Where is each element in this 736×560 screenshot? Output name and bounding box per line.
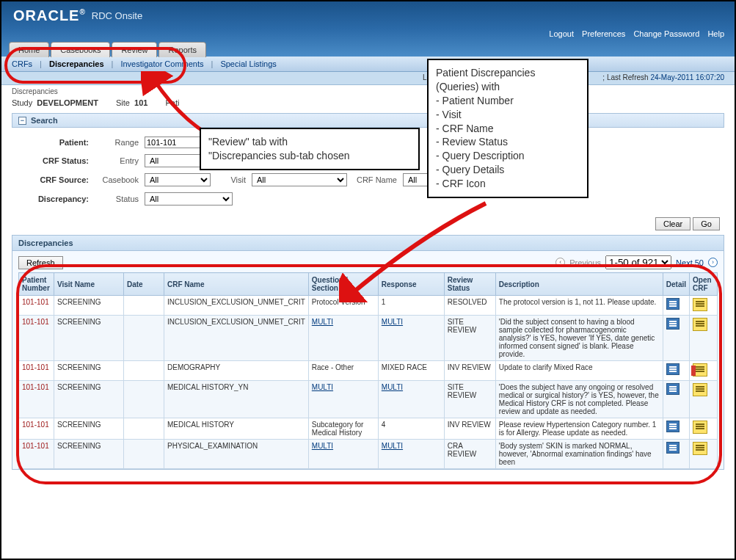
review-status-cell: INV REVIEW xyxy=(444,361,495,381)
pager: ‹ Previous 1-50 of 921 Next 50 › xyxy=(555,255,718,269)
table-row: 101-101SCREENINGDEMOGRAPHYRace - OtherMI… xyxy=(19,361,718,381)
response-link[interactable]: MULTI xyxy=(382,318,403,326)
subnav-crfs[interactable]: CRFs xyxy=(12,59,32,68)
status-select[interactable]: All xyxy=(145,192,233,206)
response-link[interactable]: MULTI xyxy=(382,383,403,391)
range-label: Range xyxy=(95,138,139,147)
subnav-discrepancies[interactable]: Discrepancies xyxy=(49,59,104,68)
description-cell: The protocol version is 1, not 11. Pleas… xyxy=(495,296,663,316)
col-response[interactable]: Response xyxy=(378,273,444,296)
help-link[interactable]: Help xyxy=(707,29,724,38)
open-crf-icon[interactable] xyxy=(693,318,707,331)
table-row: 101-101SCREENINGINCLUSION_EXCLUSION_UNME… xyxy=(19,316,718,361)
open-crf-icon[interactable] xyxy=(693,421,707,434)
detail-icon[interactable] xyxy=(666,421,679,432)
patient-number-cell: 101-101 xyxy=(19,316,54,361)
patient-number-cell: 101-101 xyxy=(19,440,54,469)
col-question-section[interactable]: Question / Section xyxy=(308,273,378,296)
detail-cell xyxy=(663,296,689,316)
open-crf-cell xyxy=(690,316,718,361)
panel-title: Discrepancies xyxy=(12,235,724,251)
date-cell xyxy=(124,361,164,381)
question-link[interactable]: MULTI xyxy=(312,442,333,450)
tab-home[interactable]: Home xyxy=(9,42,49,57)
crf-source-label: CRF Source: xyxy=(19,175,89,184)
review-status-cell: CRA REVIEW xyxy=(444,440,495,469)
question-link[interactable]: MULTI xyxy=(312,318,333,326)
question-cell: Protocol Version xyxy=(308,296,378,316)
open-crf-cell xyxy=(690,381,718,418)
patient-context: Pati xyxy=(165,98,179,107)
breadcrumb: Discrepancies xyxy=(1,85,735,95)
response-cell: MULTI xyxy=(378,316,444,361)
col-patient-number[interactable]: Patient Number xyxy=(19,273,54,296)
date-cell xyxy=(124,440,164,469)
next-page-link[interactable]: Next 50 xyxy=(676,258,704,267)
detail-cell xyxy=(663,381,689,418)
open-crf-icon[interactable] xyxy=(693,363,707,377)
go-button[interactable]: Go xyxy=(693,217,720,230)
response-cell: MIXED RACE xyxy=(378,361,444,381)
next-page-icon[interactable]: › xyxy=(708,258,718,267)
tab-reports[interactable]: Reports xyxy=(159,42,206,57)
detail-cell xyxy=(663,316,689,361)
subnav-investigator-comments[interactable]: Investigator Comments xyxy=(120,59,203,68)
prev-page-icon[interactable]: ‹ xyxy=(555,258,565,267)
col-visit-name[interactable]: Visit Name xyxy=(54,273,124,296)
visit-select[interactable]: All xyxy=(252,173,347,186)
change-password-link[interactable]: Change Password xyxy=(633,29,699,38)
entry-label: Entry xyxy=(95,156,139,165)
review-status-cell: INV REVIEW xyxy=(444,418,495,440)
crf-name-cell: MEDICAL HISTORY xyxy=(164,418,309,440)
open-crf-cell xyxy=(690,418,718,440)
description-cell: 'Did the subject consent to having a blo… xyxy=(495,316,663,361)
detail-cell xyxy=(663,361,689,381)
casebook-select[interactable]: All xyxy=(145,173,211,186)
crf-status-label: CRF Status: xyxy=(19,156,89,165)
open-crf-icon[interactable] xyxy=(693,442,707,455)
detail-icon[interactable] xyxy=(666,318,679,330)
crf-name-cell: PHYSICAL_EXAMINATION xyxy=(164,440,309,469)
question-cell: MULTI xyxy=(308,381,378,418)
tab-review[interactable]: Review xyxy=(112,42,157,57)
last-refresh-value[interactable]: 24-May-2011 16:07:20 xyxy=(650,73,724,81)
description-cell: 'Does the subject have any ongoing or re… xyxy=(495,381,663,418)
patient-label: Patient: xyxy=(19,138,89,147)
patient-number-cell: 101-101 xyxy=(19,418,54,440)
collapse-icon[interactable]: − xyxy=(18,117,26,125)
patient-number-cell: 101-101 xyxy=(19,381,54,418)
callout-patient-discrepancies: Patient Discrepancies (Queries) with - P… xyxy=(427,59,589,198)
site-context: Site 101 xyxy=(116,98,147,107)
col-date[interactable]: Date xyxy=(124,273,164,296)
col-description[interactable]: Description xyxy=(495,273,663,296)
col-review-status[interactable]: Review Status xyxy=(444,273,495,296)
logo-row: ORACLE® RDC Onsite xyxy=(13,7,723,24)
crf-name-cell: INCLUSION_EXCLUSION_UNMET_CRIT xyxy=(164,296,309,316)
search-buttons: Clear Go xyxy=(1,217,735,230)
tab-casebooks[interactable]: Casebooks xyxy=(51,42,110,57)
refresh-button[interactable]: Refresh xyxy=(18,256,63,269)
table-row: 101-101SCREENINGMEDICAL HISTORYSubcatego… xyxy=(19,418,718,440)
response-cell: 4 xyxy=(378,418,444,440)
description-cell: Update to clarify Mixed Race xyxy=(495,361,663,381)
page-range-select[interactable]: 1-50 of 921 xyxy=(605,255,671,269)
open-crf-icon[interactable] xyxy=(693,383,707,396)
clear-button[interactable]: Clear xyxy=(655,217,691,230)
open-crf-cell xyxy=(690,440,718,469)
preferences-link[interactable]: Preferences xyxy=(582,29,625,38)
logout-link[interactable]: Logout xyxy=(549,29,574,38)
question-link[interactable]: MULTI xyxy=(312,383,333,391)
visit-cell: SCREENING xyxy=(54,440,124,469)
col-detail[interactable]: Detail xyxy=(663,273,689,296)
col-open-crf[interactable]: Open CRF xyxy=(690,273,718,296)
detail-icon[interactable] xyxy=(666,383,679,395)
detail-icon[interactable] xyxy=(666,363,679,375)
response-link[interactable]: MULTI xyxy=(382,442,403,450)
detail-icon[interactable] xyxy=(666,298,679,310)
open-crf-icon[interactable] xyxy=(693,298,707,311)
review-status-cell: SITE REVIEW xyxy=(444,381,495,418)
subnav-special-listings[interactable]: Special Listings xyxy=(220,59,276,68)
visit-cell: SCREENING xyxy=(54,381,124,418)
col-crf-name[interactable]: CRF Name xyxy=(164,273,309,296)
detail-icon[interactable] xyxy=(666,442,679,454)
